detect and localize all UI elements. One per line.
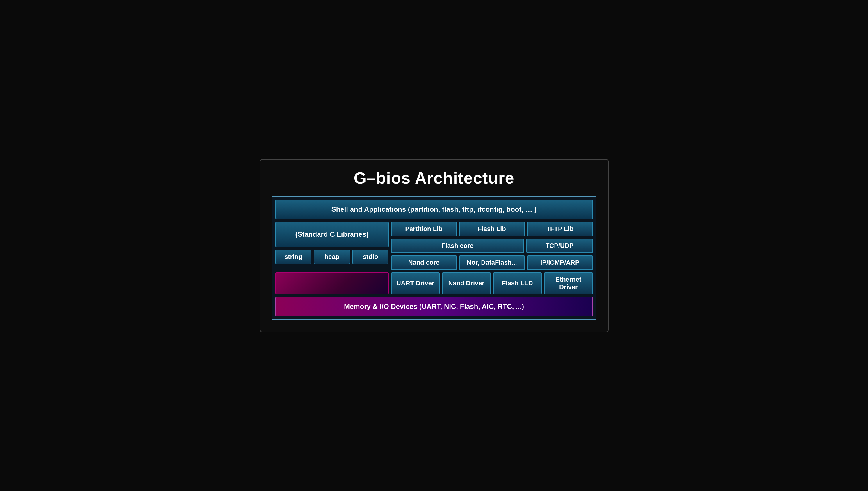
page-title: G–bios Architecture [272, 168, 596, 187]
tftp-lib-box: TFTP Lib [527, 222, 593, 236]
shell-row: Shell and Applications (partition, flash… [275, 200, 593, 219]
left-column: (Standard C Libraries) string heap stdio [275, 222, 389, 270]
stdio-box: stdio [353, 250, 389, 264]
heap-box: heap [314, 250, 350, 264]
memory-row: Memory & I/O Devices (UART, NIC, Flash, … [275, 297, 593, 316]
uart-driver-box: UART Driver [391, 272, 440, 294]
nand-core-row: Nand core Nor, DataFlash... IP/ICMP/ARP [391, 255, 593, 270]
main-content-row: (Standard C Libraries) string heap stdio… [275, 222, 593, 270]
nor-dataflash-box: Nor, DataFlash... [459, 255, 525, 270]
partition-lib-box: Partition Lib [391, 222, 457, 236]
ethernet-driver-box: Ethernet Driver [544, 272, 593, 294]
flash-lld-box: Flash LLD [493, 272, 542, 294]
tcp-udp-box: TCP/UDP [526, 238, 593, 253]
flash-core-row: Flash core TCP/UDP [391, 238, 593, 253]
driver-boxes: UART Driver Nand Driver Flash LLD Ethern… [391, 272, 593, 294]
ip-icmp-arp-box: IP/ICMP/ARP [527, 255, 593, 270]
string-box: string [275, 250, 312, 264]
right-column: Partition Lib Flash Lib TFTP Lib Flash c… [391, 222, 593, 270]
drivers-row: UART Driver Nand Driver Flash LLD Ethern… [275, 272, 593, 294]
nand-driver-box: Nand Driver [442, 272, 491, 294]
shell-box: Shell and Applications (partition, flash… [275, 200, 593, 219]
slide: G–bios Architecture Shell and Applicatio… [260, 159, 609, 332]
flash-core-box: Flash core [391, 238, 524, 253]
sub-libraries-row: string heap stdio [275, 250, 389, 264]
std-c-libraries-box: (Standard C Libraries) [275, 222, 389, 247]
lib-row: Partition Lib Flash Lib TFTP Lib [391, 222, 593, 236]
purple-background-block [275, 272, 389, 294]
nand-core-box: Nand core [391, 255, 457, 270]
flash-lib-box: Flash Lib [459, 222, 525, 236]
architecture-diagram: Shell and Applications (partition, flash… [272, 196, 596, 320]
